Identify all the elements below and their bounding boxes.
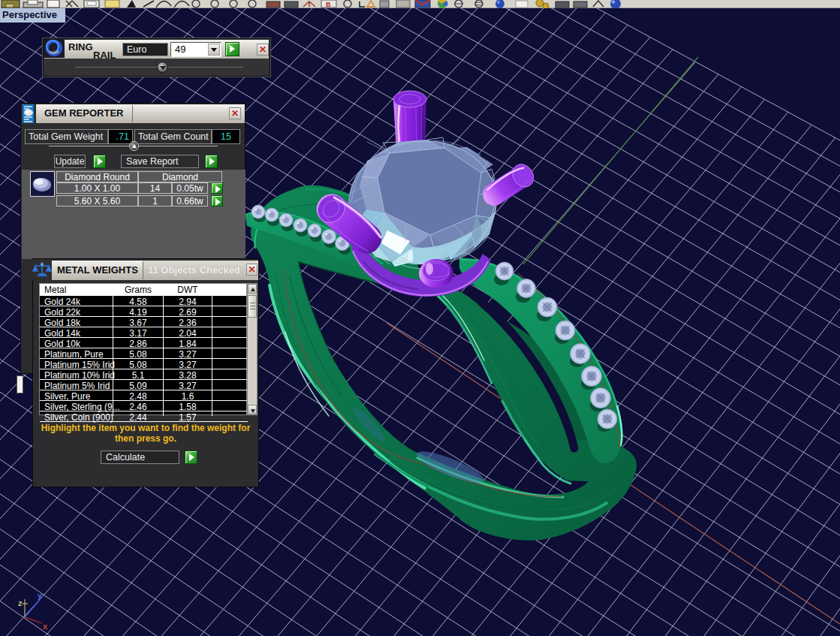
svg-text:z: z (18, 598, 23, 607)
svg-text:y: y (38, 591, 43, 600)
svg-text:B: B (326, 1, 331, 8)
svg-text:x: x (43, 622, 48, 631)
